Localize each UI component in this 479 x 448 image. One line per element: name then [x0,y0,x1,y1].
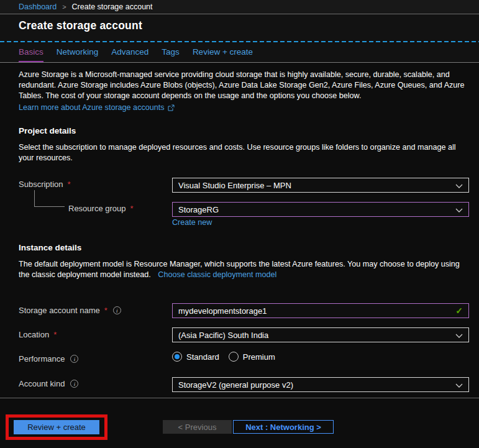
radio-unselected-icon [229,352,239,362]
required-asterisk: * [104,306,107,315]
tab-tags[interactable]: Tags [162,47,180,62]
tab-review-create[interactable]: Review + create [193,47,253,62]
page-header: Create storage account Basics Networking… [0,14,479,63]
breadcrumb-link-dashboard[interactable]: Dashboard [19,2,57,11]
location-label: Location * [19,330,57,339]
tab-basics[interactable]: Basics [19,47,43,62]
resource-group-select[interactable]: StorageRG [172,202,469,217]
subscription-select[interactable]: Visual Studio Enterprise – MPN [172,178,469,193]
dashed-divider [0,41,479,42]
storage-account-name-input[interactable]: mydevelopmentstorage1 ✓ [172,303,469,318]
previous-button[interactable]: < Previous [163,420,232,434]
page-title: Create storage account [19,19,142,32]
breadcrumb-current: Create storage account [72,2,153,11]
resource-group-value: StorageRG [178,205,219,214]
valid-checkmark-icon: ✓ [455,306,463,316]
subscription-label: Subscription * [19,180,71,189]
performance-label: Performance i [19,354,78,363]
learn-more-link[interactable]: Learn more about Azure storage accounts [19,103,165,113]
tab-bar: Basics Networking Advanced Tags Review +… [19,47,253,62]
tab-advanced[interactable]: Advanced [111,47,148,62]
account-kind-value: StorageV2 (general purpose v2) [178,380,293,390]
chevron-down-icon [455,380,463,390]
location-select[interactable]: (Asia Pacific) South India [172,327,469,342]
resource-group-label: Resource group * [68,204,134,213]
annotation-highlight-box: Review + create [6,414,107,440]
create-new-link[interactable]: Create new [172,218,212,227]
chevron-down-icon [455,205,463,214]
storage-account-name-value: mydevelopmentstorage1 [178,306,267,316]
breadcrumb: Dashboard > Create storage account [0,0,479,14]
intro-text: Azure Storage is a Microsoft-managed ser… [19,70,465,100]
project-details-description: Select the subscription to manage deploy… [19,142,470,163]
project-details-heading: Project details [19,126,76,135]
info-icon[interactable]: i [70,380,78,388]
breadcrumb-separator-icon: > [62,3,66,11]
intro-block: Azure Storage is a Microsoft-managed ser… [19,70,470,113]
footer-separator [0,398,479,398]
review-create-button[interactable]: Review + create [14,420,99,434]
required-asterisk: * [53,330,57,339]
chevron-down-icon [455,331,463,340]
required-asterisk: * [130,204,134,213]
instance-details-heading: Instance details [19,243,81,252]
storage-account-name-label: Storage account name * i [19,306,121,315]
chevron-down-icon [455,181,463,190]
radio-premium[interactable]: Premium [229,352,275,362]
radio-standard[interactable]: Standard [172,352,219,362]
required-asterisk: * [68,180,71,189]
location-value: (Asia Pacific) South India [178,331,268,340]
account-kind-select[interactable]: StorageV2 (general purpose v2) [172,377,469,392]
subscription-value: Visual Studio Enterprise – MPN [178,181,291,190]
performance-radio-group: Standard Premium [172,352,275,362]
choose-classic-deployment-link[interactable]: Choose classic deployment model [158,270,276,279]
instance-details-description: The default deployment model is Resource… [19,259,470,280]
resource-group-connector-line [34,190,65,207]
tab-networking[interactable]: Networking [57,47,99,62]
radio-selected-icon [172,352,182,362]
info-icon[interactable]: i [113,306,121,314]
external-link-icon [168,104,175,111]
account-kind-label: Account kind i [19,379,78,388]
create-storage-account-page: Dashboard > Create storage account Creat… [0,0,479,448]
next-networking-button[interactable]: Next : Networking > [233,420,334,434]
info-icon[interactable]: i [70,355,78,363]
